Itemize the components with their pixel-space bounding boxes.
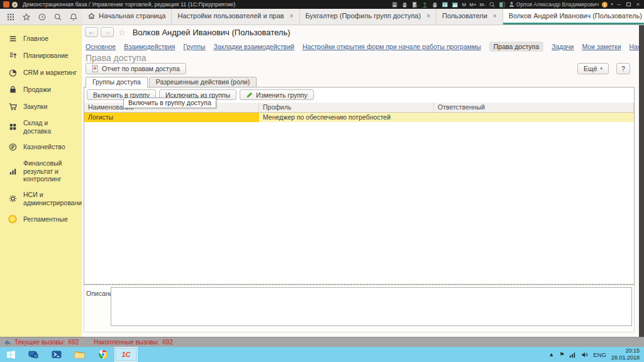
memory-m-button[interactable]: M — [462, 2, 466, 8]
more-button[interactable]: Ещё ▾ — [577, 63, 609, 74]
window-scroll-strip[interactable] — [639, 25, 644, 337]
user-icon — [509, 1, 514, 8]
column-header-responsible[interactable]: Ответственный — [434, 103, 634, 112]
sidebar-item-label: Главное — [23, 35, 48, 43]
sidebar-item-main[interactable]: Главное — [0, 30, 82, 47]
table-icon[interactable] — [441, 1, 448, 8]
nav-link-access-rights[interactable]: Права доступа — [489, 42, 543, 52]
calendar-icon[interactable] — [452, 1, 458, 8]
print-document-icon[interactable] — [431, 1, 438, 8]
taskbar-1c-icon[interactable]: 1С — [114, 347, 138, 362]
sidebar-item-financial-result[interactable]: Финансовый результат и контроллинг — [0, 156, 82, 187]
current-calls-label: Текущие вызовы: — [14, 339, 65, 346]
restore-button[interactable] — [625, 1, 632, 8]
nav-link-settings[interactable]: Настройки — [630, 43, 639, 50]
sidebar-item-label: CRM и маркетинг — [23, 69, 77, 77]
pencil-icon — [246, 91, 253, 98]
app-1c-icon[interactable] — [3, 1, 9, 8]
send-icon[interactable] — [421, 1, 428, 8]
cell-responsible[interactable] — [434, 113, 634, 122]
tab-close-icon[interactable]: × — [290, 13, 294, 20]
tray-volume-icon[interactable] — [581, 351, 588, 358]
description-textarea[interactable] — [111, 287, 632, 326]
taskbar-chrome-icon[interactable] — [91, 347, 114, 362]
cell-name[interactable]: Логисты — [84, 113, 259, 122]
sidebar-item-label: Планирование — [23, 52, 69, 60]
nav-link-groups[interactable]: Группы — [184, 43, 206, 50]
sidebar-item-treasury[interactable]: Казначейство — [0, 139, 82, 156]
calls-icon — [4, 339, 11, 346]
tray-network-icon[interactable] — [569, 351, 576, 358]
tab-close-icon[interactable]: × — [493, 13, 497, 20]
start-button[interactable] — [0, 347, 21, 362]
nav-link-interaction-bookmarks[interactable]: Закладки взаимодействий — [214, 43, 294, 50]
back-button[interactable]: ← — [85, 27, 98, 37]
memory-m-minus-button[interactable]: M- — [479, 2, 485, 8]
tooltip: Включить в группу доступа — [123, 98, 216, 108]
zoom-icon[interactable] — [489, 1, 496, 8]
taskbar-powershell-icon[interactable] — [45, 347, 68, 362]
sidebar-item-purchases[interactable]: Закупки — [0, 98, 82, 115]
history-icon[interactable] — [38, 13, 47, 21]
tab-home[interactable]: Начальная страница — [82, 9, 172, 25]
favorite-star-icon[interactable]: ☆ — [118, 28, 126, 37]
notifications-bell-icon[interactable] — [69, 13, 78, 21]
window-titlebar: ▾ Демонстрационная база / Управление тор… — [0, 0, 644, 9]
sidebar-item-scheduled[interactable]: Регламентные — [0, 210, 82, 228]
cell-profile[interactable]: Менеджер по обеспечению потребностей — [259, 113, 434, 122]
nav-link-my-notes[interactable]: Мои заметки — [582, 43, 621, 50]
sidebar-item-sales[interactable]: Продажи — [0, 81, 82, 98]
tab-label: Начальная страница — [99, 12, 165, 20]
edit-group-button[interactable]: Изменить группу — [240, 89, 314, 100]
forward-button[interactable]: → — [101, 27, 114, 37]
print-preview-icon[interactable] — [411, 1, 418, 8]
tray-flag-icon[interactable]: ⚑ — [559, 351, 564, 358]
info-icon[interactable]: i — [602, 2, 608, 8]
tab-users[interactable]: Пользователи × — [436, 9, 503, 25]
clock[interactable]: 20:15 28.01.2018 — [611, 348, 640, 361]
sidebar-item-label: Склад и доставка — [23, 119, 77, 135]
sidebar-item-label: Финансовый результат и контроллинг — [23, 159, 77, 183]
status-bar: Текущие вызовы: 692 Накопленные вызовы: … — [0, 337, 644, 347]
taskbar-folder-icon[interactable] — [68, 347, 91, 362]
tab-volkov-user[interactable]: Волков Андрей Иванович (Пользователь) × — [503, 9, 644, 25]
table-row[interactable]: Логисты Менеджер по обеспечению потребно… — [84, 113, 634, 122]
tab-accountant-profile[interactable]: Бухгалтер (Профиль групп доступа) × — [300, 9, 436, 25]
search-icon[interactable] — [53, 13, 62, 21]
help-button[interactable]: ? — [616, 63, 630, 74]
accumulated-calls-label: Накопленные вызовы: — [94, 339, 159, 346]
minimize-button[interactable]: – — [616, 1, 622, 8]
save-icon[interactable] — [391, 1, 398, 8]
chevron-down-icon[interactable]: ▾ — [611, 2, 613, 7]
access-rights-report-button[interactable]: Отчет по правам доступа — [86, 63, 186, 74]
main-menu-icon[interactable] — [6, 13, 15, 21]
tab-allowed-actions[interactable]: Разрешенные действия (роли) — [149, 77, 257, 88]
tab-close-icon[interactable]: × — [426, 13, 430, 20]
sidebar-item-admin[interactable]: НСИ и администрирование — [0, 187, 82, 210]
nav-link-tasks[interactable]: Задачи — [552, 43, 574, 50]
favorites-star-icon[interactable] — [22, 13, 31, 21]
column-header-profile[interactable]: Профиль — [259, 103, 434, 112]
sidebar: Главное Планирование CRM и маркетинг Про… — [0, 25, 82, 337]
form-content: ← → ☆ Волков Андрей Иванович (Пользовате… — [82, 25, 639, 337]
tab-user-settings[interactable]: Настройки пользователей и прав × — [172, 9, 299, 25]
close-window-button[interactable]: × — [635, 1, 641, 8]
sidebar-item-warehouse[interactable]: Склад и доставка — [0, 115, 82, 139]
taskbar-desktop-tools-icon[interactable] — [21, 347, 45, 362]
titlebar-menu-icon[interactable]: ▾ — [12, 2, 18, 8]
gear-icon — [8, 194, 18, 203]
sidebar-item-crm[interactable]: CRM и маркетинг — [0, 64, 82, 81]
nav-link-main[interactable]: Основное — [86, 43, 116, 50]
nav-link-form-open-settings[interactable]: Настройки открытия форм при начале работ… — [303, 43, 481, 50]
split-view-icon[interactable] — [499, 1, 506, 8]
tab-access-groups[interactable]: Группы доступа — [86, 77, 148, 88]
memory-m-plus-button[interactable]: M+ — [469, 2, 476, 8]
nav-link-interactions[interactable]: Взаимодействия — [124, 43, 175, 50]
current-user[interactable]: Орлов Александр Владимирович — [509, 1, 599, 8]
sidebar-item-planning[interactable]: Планирование — [0, 47, 82, 64]
language-indicator[interactable]: ENG — [593, 351, 606, 358]
splitter-handle[interactable] — [84, 285, 635, 285]
print-icon[interactable] — [401, 1, 408, 8]
tray-expand-icon[interactable]: ▲ — [548, 351, 554, 358]
sidebar-item-label: НСИ и администрирование — [23, 191, 82, 206]
